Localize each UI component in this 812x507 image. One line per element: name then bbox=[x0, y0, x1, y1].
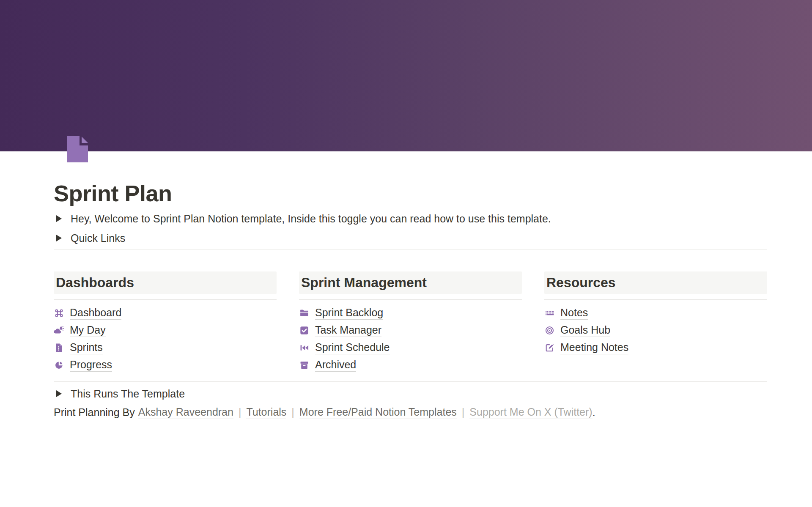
footer-link-author[interactable]: Akshay Raveendran bbox=[138, 406, 233, 419]
command-icon bbox=[54, 308, 64, 318]
footer-separator: | bbox=[239, 406, 241, 419]
page-link-label: Sprints bbox=[70, 341, 103, 354]
page-link-goals-hub[interactable]: Goals Hub bbox=[544, 322, 767, 339]
page-link-label: Dashboard bbox=[70, 307, 121, 320]
divider bbox=[54, 381, 767, 382]
page-link-meeting-notes[interactable]: Meeting Notes bbox=[544, 339, 767, 356]
toggle-welcome-label: Hey, Welcome to Sprint Plan Notion templ… bbox=[71, 213, 551, 225]
footer-separator: | bbox=[462, 406, 465, 419]
folder-icon bbox=[299, 308, 310, 318]
toggle-quick-links-label: Quick Links bbox=[71, 232, 125, 244]
footer-link-support-x[interactable]: Support Me On X (Twitter) bbox=[469, 406, 592, 419]
toggle-runs-template[interactable]: This Runs The Template bbox=[54, 384, 767, 403]
column-sprint-management: Sprint Management Sprint Backlog bbox=[299, 271, 522, 374]
checkbox-checked-icon bbox=[299, 325, 310, 336]
keyboard-icon bbox=[544, 308, 555, 318]
page-link-label: My Day bbox=[70, 324, 106, 337]
link-columns: Dashboards bbox=[54, 271, 767, 374]
column-header: Sprint Management bbox=[299, 271, 522, 294]
page-link-sprint-backlog[interactable]: Sprint Backlog bbox=[299, 304, 522, 322]
pie-chart-icon bbox=[54, 360, 64, 370]
page-link-label: Task Manager bbox=[315, 324, 381, 337]
page-link-label: Sprint Schedule bbox=[315, 341, 390, 354]
page-link-progress[interactable]: Progress bbox=[54, 356, 277, 374]
edit-square-icon bbox=[544, 343, 555, 353]
column-header: Dashboards bbox=[54, 271, 277, 294]
target-icon bbox=[544, 325, 555, 336]
divider bbox=[54, 249, 767, 249]
page-link-my-day[interactable]: My Day bbox=[54, 322, 277, 339]
page-lines-icon bbox=[54, 343, 64, 353]
archive-icon bbox=[299, 360, 310, 370]
divider bbox=[299, 299, 522, 300]
page-link-label: Meeting Notes bbox=[560, 341, 628, 354]
column-dashboards: Dashboards bbox=[54, 271, 277, 374]
toggle-triangle-icon bbox=[56, 215, 62, 222]
page-link-label: Progress bbox=[70, 359, 112, 372]
toggle-triangle-icon bbox=[56, 235, 62, 241]
toggle-quick-links[interactable]: Quick Links bbox=[54, 228, 767, 248]
page-link-notes[interactable]: Notes bbox=[544, 304, 767, 322]
divider bbox=[544, 299, 767, 300]
page-title: Sprint Plan bbox=[54, 178, 767, 208]
column-resources: Resources bbox=[544, 271, 767, 374]
page-link-sprints[interactable]: Sprints bbox=[54, 339, 277, 356]
rewind-icon bbox=[299, 343, 310, 353]
column-header-label: Sprint Management bbox=[301, 275, 427, 290]
page-link-label: Notes bbox=[560, 307, 588, 320]
column-header-label: Dashboards bbox=[56, 275, 134, 290]
footer-suffix: . bbox=[593, 406, 595, 419]
footer-separator: | bbox=[291, 406, 294, 419]
toggle-welcome[interactable]: Hey, Welcome to Sprint Plan Notion templ… bbox=[54, 209, 767, 228]
footer-credits: Print Planning By Akshay Raveendran | Tu… bbox=[54, 406, 767, 419]
page-link-task-manager[interactable]: Task Manager bbox=[299, 322, 522, 339]
toggle-runs-template-label: This Runs The Template bbox=[71, 388, 185, 400]
page-link-label: Goals Hub bbox=[560, 324, 610, 337]
page-link-dashboard[interactable]: Dashboard bbox=[54, 304, 277, 322]
page-link-archived[interactable]: Archived bbox=[299, 356, 522, 374]
sun-cloud-icon bbox=[54, 325, 64, 336]
cover-image[interactable] bbox=[0, 0, 812, 151]
toggle-triangle-icon bbox=[56, 390, 62, 397]
footer-link-tutorials[interactable]: Tutorials bbox=[246, 406, 286, 419]
footer-link-more-templates[interactable]: More Free/Paid Notion Templates bbox=[299, 406, 457, 419]
notion-page: Sprint Plan Hey, Welcome to Sprint Plan … bbox=[0, 0, 812, 507]
page-link-label: Archived bbox=[315, 359, 356, 372]
page-link-sprint-schedule[interactable]: Sprint Schedule bbox=[299, 339, 522, 356]
column-header-label: Resources bbox=[546, 275, 616, 290]
footer-prefix: Print Planning By bbox=[54, 406, 135, 419]
page-content: Sprint Plan Hey, Welcome to Sprint Plan … bbox=[54, 151, 767, 419]
divider bbox=[54, 299, 277, 300]
column-header: Resources bbox=[544, 271, 767, 294]
page-link-label: Sprint Backlog bbox=[315, 307, 383, 320]
